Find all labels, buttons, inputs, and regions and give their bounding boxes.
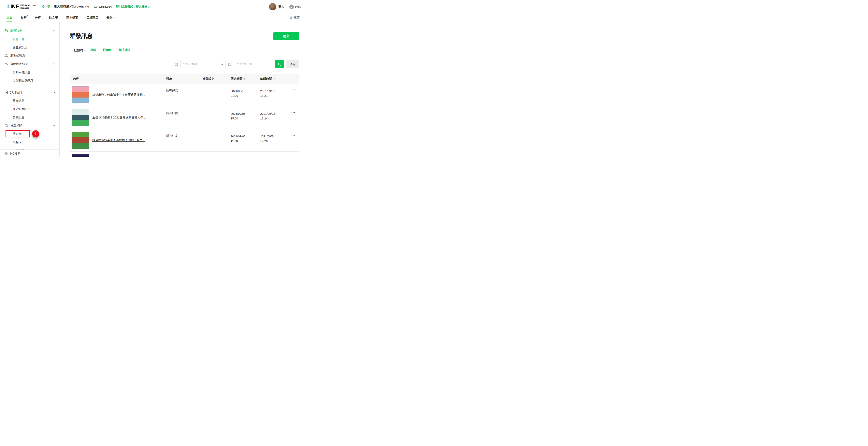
column-header-send-time[interactable]: 傳送時間 ▲▼ xyxy=(230,77,260,81)
create-broadcast-button[interactable]: 建立 xyxy=(273,32,299,40)
clear-button[interactable]: 清除 xyxy=(286,60,299,68)
nav-tab-profile[interactable]: 基本檔案 xyxy=(66,13,78,22)
search-button[interactable] xyxy=(275,60,284,68)
sidebar-item-message-items[interactable]: 訊息項目 xyxy=(0,88,59,96)
sidebar-item-card-message[interactable]: 多頁訊息 xyxy=(0,113,59,121)
send-clock: 11:00 xyxy=(230,139,238,143)
sidebar-item-rich-message[interactable]: 圖文訊息 xyxy=(0,96,59,105)
nav-tab-label: 分眾＋ xyxy=(106,16,115,20)
chevron-down-icon xyxy=(53,63,56,65)
sidebar-item-promotion[interactable]: 推廣相關 xyxy=(0,121,59,130)
sidebar-item-label: 進階影片訊息 xyxy=(12,107,30,111)
annotation-step-badge: 1 xyxy=(32,130,39,138)
content-cell: 五倍券預備備！2021各種振興券懶人包... xyxy=(70,106,166,129)
sidebar-item-label: 自動回應訊息 xyxy=(12,70,30,74)
send-time-cell: 2021/09/05 11:00 xyxy=(230,129,260,144)
line-logo[interactable]: LINE Official Account Manager xyxy=(7,4,36,10)
edit-clock: 18:21 xyxy=(260,94,268,97)
sidebar-item-reward-card[interactable]: 集點卡 xyxy=(0,138,59,146)
message-title-link[interactable]: 跟著捷運找美食！高雄西子灣站、台中... xyxy=(92,139,145,142)
message-title-link[interactable]: 龍貓出沒，候車請小心！苗栗通霄龍貓... xyxy=(92,93,145,97)
response-mode-label: 回應模式 : 聊天機器人 xyxy=(121,5,150,8)
message-thumbnail xyxy=(72,86,89,103)
search-icon xyxy=(278,62,281,66)
date-range-separator: ~ xyxy=(221,63,223,66)
line-logo-text: LINE xyxy=(7,4,19,10)
sidebar-item-message-list[interactable]: 訊息一覽 xyxy=(0,35,59,43)
nav-tab-alerts[interactable]: 提醒 xyxy=(21,13,27,22)
sidebar-item-label: 建立新訊息 xyxy=(12,46,27,49)
line-oa-manager-app: LINE Official Account Manager 熊大咖啡廳 @bro… xyxy=(0,0,306,157)
tab-undeliverable[interactable]: 無法傳送 xyxy=(115,46,134,54)
sort-icon[interactable]: ▲▼ xyxy=(273,78,275,80)
sidebar-item-broadcast[interactable]: 群發訊息 xyxy=(0,27,59,35)
nav-tab-analytics[interactable]: 分析 xyxy=(35,13,41,22)
sort-icon[interactable]: ▲▼ xyxy=(244,78,245,80)
collapse-menu-button[interactable]: 收合選單 xyxy=(0,149,59,157)
sidebar-item-rich-video[interactable]: 進階影片訊息 xyxy=(0,105,59,113)
nav-tab-segment[interactable]: 分眾＋ xyxy=(106,13,115,22)
edit-clock: 17:26 xyxy=(260,139,268,143)
nav-tab-shop[interactable]: 口袋商店 xyxy=(86,13,98,22)
avatar[interactable] xyxy=(269,3,276,10)
content-cell: 跟著捷運找美食！高雄西子灣站、台中... xyxy=(70,129,166,151)
sidebar-item-coupon[interactable]: 優惠券 1 xyxy=(0,130,59,138)
advanced-cell xyxy=(203,84,230,89)
column-header-label: 編輯時間 xyxy=(260,77,272,81)
send-clock: 21:00 xyxy=(230,94,238,97)
collapse-label: 收合選單 xyxy=(10,152,20,155)
table-header: 內容 對象 進階設定 傳送時間 ▲▼ 編輯時間 ▲▼ xyxy=(70,74,299,84)
nav-tab-label: 貼文串 xyxy=(49,16,58,20)
tab-sent[interactable]: 已傳送 xyxy=(100,46,115,54)
date-to-input[interactable] xyxy=(234,60,272,68)
sidebar-item-ai-auto-reply[interactable]: AI自動回應訊息 xyxy=(0,77,59,85)
nav-tab-label: 基本檔案 xyxy=(66,16,78,20)
more-actions-button[interactable]: ••• xyxy=(291,88,295,91)
sidebar-item-new-message[interactable]: 建立新訊息 xyxy=(0,43,59,52)
send-date: 2021/09/05 xyxy=(230,112,245,115)
status-tabs: 已預約 草稿 已傳送 無法傳送 xyxy=(70,46,299,54)
column-header-content: 內容 xyxy=(70,77,166,81)
tab-scheduled[interactable]: 已預約 xyxy=(70,46,87,54)
follower-count-value: 2,558,364 xyxy=(99,5,112,8)
response-mode[interactable]: 回應模式 : 聊天機器人 xyxy=(116,5,150,8)
calendar-icon[interactable] xyxy=(172,60,181,68)
nav-tab-home[interactable]: 主頁 xyxy=(6,13,12,22)
content-cell: 龍貓出沒，候車請小心！苗栗通霄龍貓... xyxy=(70,84,166,106)
table-row: 龍貓出沒，候車請小心！苗栗通霄龍貓... 所有好友 2021/09/10 21:… xyxy=(70,84,299,106)
tab-draft[interactable]: 草稿 xyxy=(87,46,100,54)
sidebar: 群發訊息 訊息一覽 建立新訊息 漸進式訊息 自動回應訊息 自動回應訊息 AI自動… xyxy=(0,22,60,157)
sidebar-item-label: 群發訊息 xyxy=(10,29,22,33)
edit-time-cell: 2021/09/02 13:24 xyxy=(260,106,287,121)
calendar-icon[interactable] xyxy=(225,60,234,68)
more-actions-button[interactable]: ••• xyxy=(291,156,295,157)
message-title-link[interactable]: 五倍券預備備！2021各種振興券懶人包... xyxy=(92,116,146,119)
column-header-edit-time[interactable]: 編輯時間 ▲▼ xyxy=(260,77,287,81)
broadcast-table: 內容 對象 進階設定 傳送時間 ▲▼ 編輯時間 ▲▼ xyxy=(70,74,299,157)
sidebar-item-step-message[interactable]: 漸進式訊息 xyxy=(0,52,59,60)
table-row: 所有好友 2021/09/04 2021/09/01 ••• xyxy=(70,152,299,157)
topbar: LINE Official Account Manager 熊大咖啡廳 @bro… xyxy=(0,0,306,13)
message-thumbnail xyxy=(72,154,89,157)
account-name[interactable]: 熊大咖啡廳 @browncafe xyxy=(54,4,89,9)
user-name: 熊大 xyxy=(278,5,284,8)
sidebar-item-label: 漸進式訊息 xyxy=(10,54,25,58)
more-actions-button[interactable]: ••• xyxy=(291,111,295,114)
sidebar-item-auto-reply-messages[interactable]: 自動回應訊息 xyxy=(0,68,59,77)
edit-date: 2021/09/01 xyxy=(260,89,275,93)
main-nav: 主頁 提醒 分析 貼文串 基本檔案 口袋商店 分眾＋ 設定 xyxy=(0,13,306,22)
follower-count: 2,558,364 xyxy=(94,5,112,8)
settings-button[interactable]: 設定 xyxy=(289,13,300,22)
nav-tab-timeline[interactable]: 貼文串 xyxy=(49,13,58,22)
help-button[interactable]: ? Help xyxy=(289,4,301,9)
nav-tab-label: 主頁 xyxy=(6,16,12,20)
audience-cell: 所有好友 xyxy=(166,106,203,115)
more-actions-button[interactable]: ••• xyxy=(291,133,295,137)
page-title: 群發訊息 xyxy=(70,32,93,40)
date-from-input[interactable] xyxy=(181,60,219,68)
audience-cell: 所有好友 xyxy=(166,129,203,138)
sidebar-item-auto-reply[interactable]: 自動回應訊息 xyxy=(0,60,59,68)
edit-date: 2021/08/31 xyxy=(260,135,275,138)
help-icon: ? xyxy=(289,4,294,9)
chat-bubble-icon xyxy=(116,5,120,8)
